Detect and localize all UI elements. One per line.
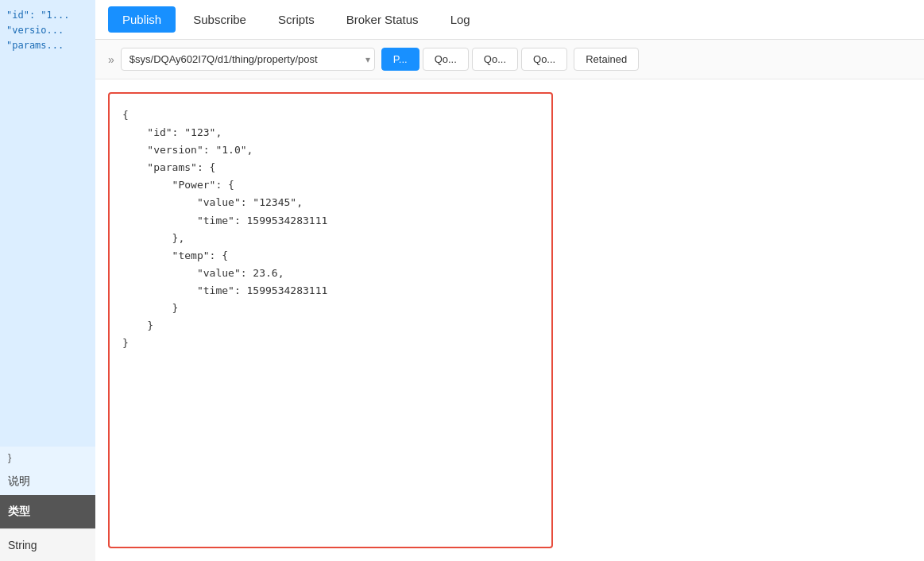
left-line-1: "id": "1...	[6, 8, 89, 23]
qos-btn-2[interactable]: Qo...	[472, 48, 518, 71]
right-panel: Publish Subscribe Scripts Broker Status …	[95, 0, 924, 561]
tab-bar: Publish Subscribe Scripts Broker Status …	[95, 0, 924, 40]
retained-button[interactable]: Retained	[574, 48, 639, 71]
tab-broker-status[interactable]: Broker Status	[332, 6, 433, 33]
label-string: String	[0, 528, 95, 561]
label-类型: 类型	[0, 495, 95, 528]
label-说明: 说明	[0, 468, 95, 495]
topic-input-wrapper: ▾	[121, 48, 375, 71]
json-content: { "id": "123", "version": "1.0", "params…	[122, 106, 539, 352]
qos-buttons: P... Qo... Qo... Qo...	[381, 48, 567, 71]
left-bottom-section: } 说明 类型 String	[0, 447, 95, 561]
tab-publish[interactable]: Publish	[108, 6, 176, 33]
left-line-2: "versio...	[6, 23, 89, 38]
topic-bar: » ▾ P... Qo... Qo... Qo... Retained	[95, 40, 924, 79]
tab-subscribe[interactable]: Subscribe	[179, 6, 261, 33]
qos-btn-1[interactable]: Qo...	[423, 48, 469, 71]
publish-button[interactable]: P...	[381, 48, 419, 71]
topic-dropdown-icon[interactable]: ▾	[365, 54, 370, 65]
main-content: { "id": "123", "version": "1.0", "params…	[95, 79, 924, 561]
brace-close: }	[8, 451, 11, 463]
json-editor[interactable]: { "id": "123", "version": "1.0", "params…	[108, 92, 553, 548]
left-line-3: "params...	[6, 38, 89, 53]
left-panel: "id": "1... "versio... "params... } 说明 类…	[0, 0, 95, 561]
qos-btn-3[interactable]: Qo...	[521, 48, 567, 71]
tab-scripts[interactable]: Scripts	[264, 6, 329, 33]
tab-log[interactable]: Log	[436, 6, 485, 33]
topic-input[interactable]	[121, 48, 375, 71]
expand-arrow-icon[interactable]: »	[108, 53, 114, 66]
